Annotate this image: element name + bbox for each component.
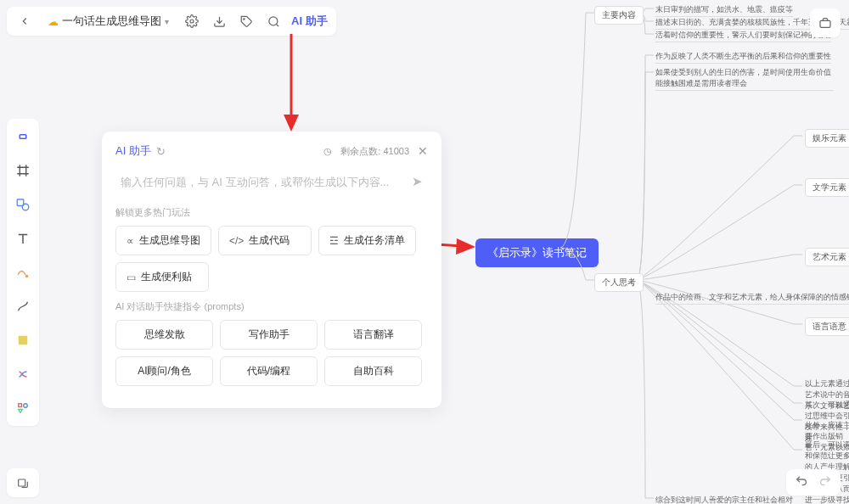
tag-button[interactable] bbox=[237, 12, 256, 31]
chip-translate[interactable]: 语言翻译 bbox=[324, 320, 422, 350]
leaf[interactable]: 综合到这时间人善爱的宗主任和社会相对 bbox=[655, 494, 793, 504]
svg-rect-8 bbox=[19, 404, 22, 407]
chip-sticky[interactable]: ▭生成便利贴 bbox=[115, 262, 209, 292]
mindmap-root-node[interactable]: 《启示录》读书笔记 bbox=[475, 238, 599, 267]
prompt-chips: 思维发散 写作助手 语言翻译 AI顾问/角色 代码/编程 自助百科 bbox=[115, 320, 428, 386]
leaf[interactable]: 作品中的绘画、文学和艺术元素，给人身体保障的的情感错警 bbox=[655, 291, 849, 305]
section-title-1: 解锁更多热门玩法 bbox=[115, 206, 428, 219]
sticky-icon: ▭ bbox=[127, 272, 136, 283]
tool-shape[interactable] bbox=[12, 193, 34, 216]
svg-rect-3 bbox=[20, 135, 26, 139]
undo-redo-bar bbox=[786, 469, 841, 496]
mindmap-icon: ∝ bbox=[127, 235, 134, 247]
code-icon: </> bbox=[229, 235, 244, 247]
list-icon: ☲ bbox=[329, 235, 339, 247]
svg-point-5 bbox=[22, 204, 29, 210]
chip-code[interactable]: </>生成代码 bbox=[218, 226, 312, 255]
svg-rect-15 bbox=[820, 20, 830, 27]
tool-more[interactable] bbox=[12, 397, 34, 419]
ai-panel-title: AI 助手 bbox=[115, 143, 151, 159]
document-title[interactable]: ☁ 一句话生成思维导图 ▾ bbox=[42, 12, 174, 31]
svg-point-1 bbox=[243, 18, 244, 19]
chip-mindmap[interactable]: ∝生成思维导图 bbox=[115, 226, 211, 255]
settings-button[interactable] bbox=[183, 12, 201, 31]
layers-toggle[interactable] bbox=[7, 468, 39, 497]
leaf[interactable]: 末日审判的描写，如洪水、地震、瘟疫等 bbox=[655, 3, 793, 17]
tool-text[interactable] bbox=[12, 227, 34, 249]
chip-diverge[interactable]: 思维发散 bbox=[115, 320, 213, 350]
left-toolbar bbox=[7, 119, 39, 426]
branch-personal[interactable]: 个人思考 bbox=[594, 273, 644, 292]
svg-point-6 bbox=[25, 275, 27, 277]
ai-prompt-input[interactable] bbox=[121, 176, 412, 188]
branch-main-content[interactable]: 主要内容 bbox=[594, 6, 644, 25]
svg-marker-12 bbox=[284, 115, 299, 132]
search-button[interactable] bbox=[264, 12, 283, 31]
tool-node[interactable] bbox=[12, 126, 34, 148]
leaf-art[interactable]: 艺术元素 bbox=[805, 248, 849, 266]
generate-chips: ∝生成思维导图 </>生成代码 ☲生成任务清单 ▭生成便利贴 bbox=[115, 226, 428, 292]
tool-connector[interactable] bbox=[12, 295, 34, 317]
ai-assistant-button[interactable]: AI 助手 bbox=[291, 14, 328, 29]
svg-marker-14 bbox=[456, 238, 475, 255]
chip-coding[interactable]: 代码/编程 bbox=[220, 356, 318, 386]
svg-rect-7 bbox=[19, 336, 28, 345]
tool-pen[interactable] bbox=[12, 261, 34, 283]
svg-rect-10 bbox=[19, 479, 25, 486]
send-button[interactable]: ➤ bbox=[412, 174, 423, 189]
tool-frame[interactable] bbox=[12, 160, 34, 182]
mindmap-canvas[interactable]: 主要内容 末日审判的描写，如洪水、地震、瘟疫等 描述末日街的、充满贪婪的核核民族… bbox=[560, 0, 849, 504]
chevron-down-icon: ▾ bbox=[165, 17, 169, 26]
svg-point-2 bbox=[268, 16, 277, 25]
tool-sticky[interactable] bbox=[12, 329, 34, 351]
annotation-arrow-1 bbox=[280, 34, 306, 136]
close-button[interactable]: ✕ bbox=[418, 144, 428, 158]
toolbox-button[interactable] bbox=[810, 8, 841, 37]
tool-mindmap[interactable] bbox=[12, 363, 34, 385]
export-button[interactable] bbox=[210, 12, 228, 31]
svg-point-9 bbox=[24, 404, 28, 408]
svg-point-0 bbox=[190, 20, 194, 23]
top-toolbar: ☁ 一句话生成思维导图 ▾ AI 助手 bbox=[7, 7, 336, 36]
chip-writing[interactable]: 写作助手 bbox=[220, 320, 318, 350]
chip-role[interactable]: AI顾问/角色 bbox=[115, 356, 213, 386]
leaf-language[interactable]: 语言语意 bbox=[805, 317, 849, 336]
chip-tasklist[interactable]: ☲生成任务清单 bbox=[318, 226, 416, 255]
chip-wiki[interactable]: 自助百科 bbox=[324, 356, 422, 386]
leaf[interactable]: 如果使受到别人的生日的伤害，是时间使用生命价值能接触困难是需用读者理会 bbox=[655, 66, 834, 91]
section-title-2: AI 对话助手快捷指令 (prompts) bbox=[115, 300, 428, 313]
leaf-entertainment[interactable]: 娱乐元素 bbox=[805, 129, 849, 148]
clock-icon: ◷ bbox=[323, 146, 332, 157]
undo-button[interactable] bbox=[795, 474, 808, 490]
ai-assistant-panel: AI 助手 ↻ ◷ 剩余点数: 41003 ✕ ➤ 解锁更多热门玩法 ∝生成思维… bbox=[102, 132, 441, 408]
refresh-icon[interactable]: ↻ bbox=[156, 145, 166, 158]
redo-button[interactable] bbox=[818, 474, 832, 490]
leaf[interactable]: 活着时信仰的重要性，警示人们要时刻保记神的话语 bbox=[655, 29, 831, 42]
leaf[interactable]: 作为反映了人类不断生态平衡的后果和信仰的重要性 bbox=[655, 50, 831, 64]
back-button[interactable] bbox=[15, 12, 34, 31]
cloud-icon: ☁ bbox=[48, 15, 59, 28]
points-remaining: 剩余点数: 41003 bbox=[340, 145, 409, 158]
leaf-literature[interactable]: 文学元素 bbox=[805, 178, 849, 197]
title-text: 一句话生成思维导图 bbox=[62, 14, 161, 29]
